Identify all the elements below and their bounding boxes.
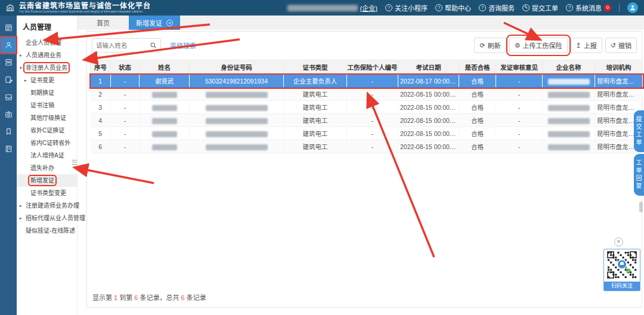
table-cell: 5 xyxy=(91,127,111,140)
sidebar-item[interactable]: 新增发证 xyxy=(17,174,77,187)
sidebar-item[interactable]: 证书注销 xyxy=(17,99,77,112)
table-cell: - xyxy=(496,75,543,88)
tab-label: 首页 xyxy=(97,18,110,27)
header-nav-item[interactable]: ?系统消息0 xyxy=(566,3,611,13)
redacted-cell xyxy=(548,105,590,111)
column-header: 考试日期 xyxy=(398,60,459,75)
nav-item-label: 系统消息 xyxy=(575,3,602,13)
sidebar-item[interactable]: ▾非注册人员业务 xyxy=(17,61,77,74)
sidebar-item-label: 省内C证转省外 xyxy=(30,140,70,146)
redacted-cell xyxy=(206,118,268,124)
pagination-text: 到第 xyxy=(117,294,134,301)
toolbar-button[interactable]: ↺撤销 xyxy=(605,38,637,53)
search-input[interactable] xyxy=(96,42,150,49)
table-cell: - xyxy=(347,88,398,101)
icon-rail xyxy=(0,16,17,315)
header-nav-item[interactable]: ?咨询服务 xyxy=(479,3,515,13)
sidebar-item[interactable]: 省内C证转省外 xyxy=(17,137,77,149)
table-cell: - xyxy=(347,127,398,140)
sidebar-item[interactable]: 其他厅级换证 xyxy=(17,112,77,124)
app-logo-icon xyxy=(5,3,15,13)
sidebar-item[interactable]: ▸人员通用业务 xyxy=(17,49,77,61)
column-header: 发证审核意见 xyxy=(496,60,543,75)
column-header: 证书类型 xyxy=(284,60,347,75)
refresh-icon: ⟳ xyxy=(479,42,485,50)
pagination-text: 条记录，总共 xyxy=(138,294,181,301)
table-cell xyxy=(543,75,595,88)
rail-notebook-icon[interactable] xyxy=(0,140,17,158)
gear-icon: ⚙ xyxy=(515,42,521,50)
rail-person-icon[interactable] xyxy=(0,36,17,54)
qr-close-icon[interactable]: ✕ xyxy=(614,237,623,246)
header-nav-item[interactable]: ✎提交工单 xyxy=(522,3,558,13)
redacted-cell xyxy=(152,144,177,150)
sidebar-item[interactable]: 企业人员管理 xyxy=(17,36,77,49)
search-icon[interactable] xyxy=(150,42,157,49)
search-box xyxy=(92,38,161,52)
scrollbar-thumb[interactable] xyxy=(639,202,643,212)
sidebar-item[interactable]: 疑似挂证-在线陈述 xyxy=(17,224,77,237)
question-circle-icon: ? xyxy=(479,4,486,11)
table-cell: 合格 xyxy=(459,75,496,88)
sidebar-item[interactable]: ▸证书变更 xyxy=(17,74,77,87)
tab-close-icon[interactable]: × xyxy=(166,20,173,26)
table-cell: - xyxy=(111,101,140,114)
table-cell: 谢贤武 xyxy=(140,75,190,88)
table-cell: 合格 xyxy=(459,114,496,127)
toolbar: 高级搜索 ⟳刷新⚙上传工伤保险↥上报↺撤销 xyxy=(92,37,637,54)
question-circle-icon: ? xyxy=(435,4,442,11)
table-row[interactable]: 6-建筑电工-2022-08-15 00:00:00合格-昆明市盘龙区元齐职业.… xyxy=(91,140,643,153)
sidebar-item[interactable]: 省外C证换证 xyxy=(17,124,77,137)
rail-form-icon[interactable] xyxy=(0,19,17,36)
pagination-text: 条记录 xyxy=(185,294,206,301)
table-row[interactable]: 5-建筑电工-2022-08-15 00:00:00合格-昆明市盘龙区元齐职业.… xyxy=(91,127,643,140)
rail-inbox-icon[interactable] xyxy=(0,88,17,106)
sidebar-item[interactable]: 到期换证 xyxy=(17,87,77,99)
sidebar-collapse-icon[interactable]: ☰ xyxy=(72,159,78,166)
pagination-text: 显示第 xyxy=(92,294,114,301)
toolbar-button[interactable]: ↥上报 xyxy=(571,38,602,53)
tab-home[interactable]: 首页 xyxy=(78,16,129,30)
rail-document-edit-icon[interactable] xyxy=(0,71,17,88)
current-user[interactable]: (企业) xyxy=(287,3,377,13)
table-row[interactable]: 4-建筑电工-2022-08-15 00:00:00合格-昆明市盘龙区元齐职业.… xyxy=(91,114,643,127)
table-cell: - xyxy=(111,140,140,153)
rail-bookmark-icon[interactable] xyxy=(0,123,17,140)
pencil-circle-icon: ✎ xyxy=(522,4,530,11)
sidebar-item[interactable]: 遗失补办 xyxy=(17,162,77,174)
sidebar-item-label: 遗失补办 xyxy=(30,165,54,171)
button-label: 上报 xyxy=(584,41,597,50)
toolbar-button[interactable]: ⚙上传工伤保险 xyxy=(509,38,568,53)
table-cell: 建筑电工 xyxy=(284,88,347,101)
sidebar-item[interactable]: 法人增持A证 xyxy=(17,149,77,162)
sidebar-item[interactable]: ▸注册建造师业务办理 xyxy=(17,199,77,212)
ticket-reply-tab[interactable]: 工单回复 xyxy=(634,154,644,196)
qr-widget[interactable]: 扫码关注 xyxy=(603,249,640,291)
sidebar-item-label: 证书变更 xyxy=(30,77,54,84)
table-row[interactable]: 3-建筑电工-2022-08-15 00:00:00合格-昆明市盘龙区元齐职业.… xyxy=(91,101,643,114)
advanced-search-link[interactable]: 高级搜索 xyxy=(170,41,196,50)
toolbar-button[interactable]: ⟳刷新 xyxy=(474,38,506,53)
redacted-cell xyxy=(548,118,590,124)
rail-server-icon[interactable] xyxy=(0,54,17,71)
table-row[interactable]: 2-建筑电工-2022-08-15 00:00:00合格-昆明市盘龙区元齐职业.… xyxy=(91,88,643,101)
chevron-down-icon: ▾ xyxy=(20,61,22,74)
table-cell: - xyxy=(496,101,543,114)
table-cell: 企业主要负责人 xyxy=(284,75,347,88)
submit-ticket-tab[interactable]: 提交工单 xyxy=(634,110,644,152)
table-cell xyxy=(190,140,284,153)
sidebar-item[interactable]: ▸招标代理从业人员管理 xyxy=(17,212,77,224)
table-row[interactable]: 1-谢贤武530324198212091934企业主要负责人-2022-08-1… xyxy=(91,75,643,88)
nav-item-label: 关注小程序 xyxy=(395,3,428,13)
sidebar-item[interactable]: 证书类型变更 xyxy=(17,187,77,199)
rail-camera-icon[interactable] xyxy=(0,106,17,123)
table-cell: - xyxy=(496,88,543,101)
header-nav-item[interactable]: ?关注小程序 xyxy=(385,3,428,13)
sidebar-item-label: 法人增持A证 xyxy=(30,152,64,159)
user-type-label: (企业) xyxy=(360,3,377,13)
table-cell: 3 xyxy=(91,101,111,114)
table-cell xyxy=(190,114,284,127)
header-nav-item[interactable]: ?帮助中心 xyxy=(435,3,471,13)
avatar[interactable] xyxy=(627,2,638,13)
tab-active[interactable]: 新增发证× xyxy=(129,16,180,30)
